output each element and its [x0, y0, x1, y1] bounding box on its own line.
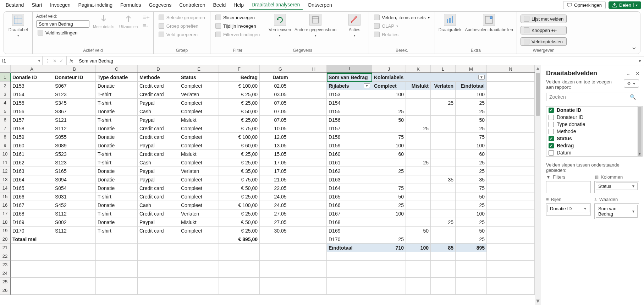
cell-F[interactable]: € 25,00 — [219, 99, 260, 107]
cell-K[interactable] — [406, 90, 431, 99]
cell-M[interactable] — [456, 269, 487, 278]
cell-H[interactable] — [301, 269, 327, 278]
relations-button[interactable]: Relaties — [373, 31, 431, 38]
header-F[interactable]: Bedrag — [219, 73, 260, 82]
cell-G[interactable]: 22.05 — [260, 184, 301, 192]
cell-C[interactable]: T-shirt — [96, 90, 138, 99]
cell-B[interactable]: S345 — [53, 99, 96, 107]
row-header-2[interactable]: 2 — [0, 82, 11, 90]
cell-N[interactable] — [487, 235, 535, 244]
cell-C[interactable]: T-shirt — [96, 192, 138, 201]
cell-L[interactable] — [431, 90, 456, 99]
cell-F[interactable]: € 75,00 — [219, 175, 260, 184]
cell-N[interactable] — [487, 99, 535, 107]
cell-K[interactable] — [406, 209, 431, 218]
field-item-type-donatie[interactable]: Type donatie — [546, 121, 642, 128]
olap-button[interactable]: OLAP ▾ — [373, 22, 431, 29]
cell-L[interactable] — [431, 184, 456, 192]
cell-F[interactable]: € 50,00 — [219, 218, 260, 227]
row-header-5[interactable]: 5 — [0, 107, 11, 116]
cell-D[interactable]: Credit card — [138, 90, 179, 99]
cell-A[interactable] — [11, 269, 53, 278]
cell-H[interactable] — [301, 235, 327, 244]
pivot-col-verlaten[interactable]: Verlaten — [431, 82, 456, 90]
cell-L[interactable] — [431, 158, 456, 167]
row-header-23[interactable]: 23 — [0, 261, 11, 269]
pivot-row-label[interactable]: D169 — [327, 227, 372, 235]
cell-G[interactable]: 02.05 — [260, 82, 301, 90]
pivot-col-eindtotaal[interactable]: Eindtotaal — [456, 82, 487, 90]
row-header-11[interactable]: 11 — [0, 158, 11, 167]
column-header-K[interactable]: K — [406, 65, 431, 72]
cell-D[interactable] — [138, 252, 179, 261]
cell-L[interactable] — [431, 261, 456, 269]
collapse-field-icon[interactable]: ≡- — [143, 22, 150, 29]
cell-I[interactable]: D170 — [327, 235, 372, 244]
pivot-row-label[interactable]: D166 — [327, 201, 372, 209]
cell-C[interactable] — [96, 252, 138, 261]
column-header-A[interactable]: A — [11, 65, 53, 72]
cell-B[interactable] — [53, 269, 96, 278]
column-header-D[interactable]: D — [138, 65, 179, 72]
cell-D[interactable]: Credit card — [138, 124, 179, 133]
cell-A[interactable]: D154 — [11, 90, 53, 99]
area-chip-som-van-bedrag[interactable]: Som van Bedrag▼ — [596, 205, 638, 218]
cell-K[interactable] — [406, 107, 431, 116]
cell-H[interactable] — [301, 192, 327, 201]
row-header-26[interactable]: 26 — [0, 286, 11, 295]
pivot-row-label[interactable]: D160 — [327, 150, 372, 158]
cell-F[interactable]: € 60,00 — [219, 141, 260, 150]
cell-F[interactable] — [219, 278, 260, 286]
cell-H[interactable] — [301, 99, 327, 107]
cell-K[interactable] — [406, 261, 431, 269]
cell-B[interactable]: S165 — [53, 167, 96, 175]
pivot-row-label[interactable]: D165 — [327, 192, 372, 201]
cell-M[interactable]: 100 — [456, 141, 487, 150]
cell-C[interactable]: Donatie — [96, 107, 138, 116]
cell-E[interactable] — [179, 244, 219, 252]
cell-E[interactable]: Verlaten — [179, 209, 219, 218]
cell-M[interactable]: 895 — [456, 244, 487, 252]
cell-G[interactable]: 21.05 — [260, 175, 301, 184]
cell-C[interactable] — [96, 269, 138, 278]
cell-M[interactable]: 50 — [456, 227, 487, 235]
cell-K[interactable] — [406, 116, 431, 124]
cell-B[interactable] — [53, 261, 96, 269]
cell-J[interactable] — [372, 261, 406, 269]
cell-H[interactable] — [301, 107, 327, 116]
cell-E[interactable]: Compleet — [179, 184, 219, 192]
row-header-19[interactable]: 19 — [0, 227, 11, 235]
pivot-row-labels[interactable]: Rijlabels ▼ — [327, 82, 372, 90]
cell-J[interactable]: 25 — [372, 167, 406, 175]
menu-tab-formules[interactable]: Formules — [117, 1, 144, 9]
cell-D[interactable] — [138, 244, 179, 252]
cell-H[interactable] — [301, 167, 327, 175]
area-chip-status[interactable]: Status▼ — [596, 183, 638, 190]
cell-A[interactable]: D163 — [11, 167, 53, 175]
change-source-button[interactable]: Andere gegevensbron▾ — [295, 14, 336, 37]
vertical-scrollbar[interactable]: ▲ ▼ — [535, 65, 541, 305]
cell-F[interactable]: € 25,00 — [219, 192, 260, 201]
area-rows-well[interactable]: Donatie ID▼ — [546, 203, 591, 216]
cell-K[interactable] — [406, 235, 431, 244]
cell-K[interactable] — [406, 184, 431, 192]
cell-M[interactable]: 35 — [456, 175, 487, 184]
cell-N[interactable] — [487, 175, 535, 184]
column-header-L[interactable]: L — [431, 65, 456, 72]
cell-G[interactable]: 07.05 — [260, 99, 301, 107]
area-filters-well[interactable] — [546, 181, 591, 193]
pivot-row-label[interactable]: D159 — [327, 141, 372, 150]
field-item-bedrag[interactable]: ✓Bedrag — [546, 142, 642, 149]
cell-G[interactable] — [260, 252, 301, 261]
menu-tab-gegevens[interactable]: Gegevens — [146, 1, 174, 9]
expand-formula-bar-button[interactable]: ▾ — [636, 58, 644, 64]
cell-C[interactable]: Donatie — [96, 167, 138, 175]
pivot-row-label[interactable]: D157 — [327, 124, 372, 133]
cell-B[interactable]: S112 — [53, 227, 96, 235]
cell-M[interactable]: 75 — [456, 133, 487, 141]
cell-E[interactable] — [179, 286, 219, 295]
cell-L[interactable] — [431, 269, 456, 278]
cell-E[interactable]: Compleet — [179, 107, 219, 116]
cell-H[interactable] — [301, 286, 327, 295]
cell-D[interactable]: Paypal — [138, 175, 179, 184]
